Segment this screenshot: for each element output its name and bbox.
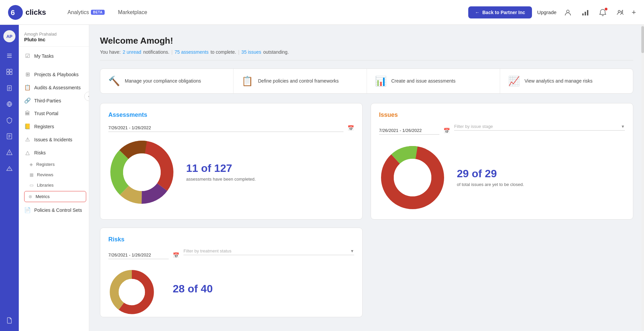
policies-feature-icon: 📋 [241,76,253,87]
compliance-icon: 🔨 [108,76,120,87]
assessments-link[interactable]: 75 assessments [175,49,209,55]
issues-date-input[interactable] [379,127,439,135]
sidebar-item-third-parties[interactable]: 🔗 Third-Parties [19,94,89,107]
team-settings-icon-button[interactable] [614,6,626,18]
welcome-title: Welcome Amogh! [100,36,633,46]
unread-notifications-link[interactable]: 2 unread [123,49,141,55]
welcome-divider [100,60,633,60]
metrics-icon: ⊗ [29,194,32,199]
svg-text:6: 6 [11,8,15,17]
svg-point-6 [618,10,620,12]
sidebar-risks-button[interactable] [3,162,16,175]
analytics-icon-button[interactable] [579,6,591,18]
issues-filter-chevron[interactable]: ▼ [621,124,625,129]
svg-point-7 [621,11,623,13]
feature-card-policies[interactable]: 📋 Define policies and control frameworks [233,69,367,93]
beta-badge: BETA [91,10,104,15]
issues-filter-label: Filter by issue stage [454,124,621,129]
my-tasks-section: ☑ My Tasks [19,47,89,65]
nav-analytics[interactable]: Analytics BETA [62,7,110,18]
assessments-stat-sub: assessments have been completed. [186,176,354,183]
sidebar-projects-button[interactable] [3,65,16,79]
risks-filter-chevron[interactable]: ▼ [350,249,354,253]
sidebar-item-registers-sub[interactable]: ◈ Registers [24,159,89,170]
svg-rect-10 [7,55,12,56]
logo-text: clicks [25,8,46,17]
add-button[interactable]: + [632,8,636,17]
assessments-donut [108,139,175,206]
dashboard-grid: Assessments 📅 [100,103,633,317]
sidebar-document-button[interactable] [3,314,16,327]
assessments-date-row: 📅 [108,124,354,132]
user-info: Amogh Prahalad Pluto Inc [19,25,89,47]
registers-sub-icon: ◈ [30,162,33,167]
svg-rect-14 [7,72,9,75]
svg-point-18 [9,153,10,154]
risks-sub-nav: ◈ Registers ▦ Reviews ▭ Libraries ⊗ Metr… [19,159,89,202]
projects-icon: ⊞ [24,71,31,78]
sidebar-item-registers[interactable]: 📒 Registers [19,120,89,133]
svg-point-24 [123,153,161,191]
issues-stats: 29 of 29 of total issues are yet to be c… [457,168,625,188]
issues-date-row: 📅 Filter by issue stage ▼ [379,124,625,137]
main-content: Welcome Amogh! You have: 2 unread notifi… [89,25,644,331]
assessments-date-input[interactable] [108,124,343,132]
assessments-feature-icon: 📊 [375,76,387,87]
logo[interactable]: 6 clicks [8,5,46,20]
topbar: 6 clicks Analytics BETA Marketplace ← Ba… [0,0,644,25]
assessments-label: Create and issue assessments [391,78,455,85]
sidebar-item-reviews[interactable]: ▦ Reviews [24,170,89,180]
notifications-icon-button[interactable] [597,6,609,18]
welcome-section: Welcome Amogh! You have: 2 unread notifi… [100,36,633,60]
sidebar-item-libraries[interactable]: ▭ Libraries [24,180,89,190]
svg-rect-5 [587,10,588,15]
feature-card-compliance[interactable]: 🔨 Manage your compliance obligations [100,69,233,93]
risks-donut [108,269,162,309]
svg-point-27 [394,159,431,196]
sidebar-tasks-button[interactable] [3,49,16,62]
svg-rect-12 [7,69,9,72]
sidebar-item-audits[interactable]: 📋 Audits & Assessments [19,81,89,94]
svg-rect-4 [585,12,586,15]
nav-marketplace[interactable]: Marketplace [113,7,153,18]
feature-card-analytics[interactable]: 📈 View analytics and manage risks [500,69,633,93]
sidebar-item-trust-portal[interactable]: 🏛 Trust Portal [19,107,89,120]
sidebar-item-projects[interactable]: ⊞ Projects & Playbooks [19,68,89,81]
sidebar-issues-button[interactable] [3,146,16,159]
assessments-calendar-icon[interactable]: 📅 [347,125,354,131]
assessments-card: Assessments 📅 [100,103,363,220]
left-panel: Amogh Prahalad Pluto Inc ☑ My Tasks ⊞ Pr… [19,25,89,331]
issues-calendar-icon[interactable]: 📅 [443,128,450,134]
sidebar-item-issues[interactable]: ⚠ Issues & Incidents [19,133,89,146]
scrollbar[interactable] [641,25,644,331]
user-profile-icon-button[interactable] [562,6,574,18]
sidebar-registers-button[interactable] [3,130,16,143]
sidebar-audits-button[interactable] [3,81,16,95]
feature-cards-row: 🔨 Manage your compliance obligations 📋 D… [100,68,633,94]
issues-link[interactable]: 35 issues [241,49,261,55]
sidebar-third-parties-button[interactable] [3,97,16,111]
sidebar-item-policies[interactable]: 📄 Policies & Control Sets [19,203,89,217]
my-tasks-nav[interactable]: ☑ My Tasks [19,49,89,62]
assessments-card-title: Assessments [108,111,354,119]
back-to-partner-button[interactable]: ← Back to Partner Inc [468,6,532,18]
issues-card: Issues 📅 Filter by issue stage ▼ [371,103,633,220]
assessments-stat-main: 11 of 127 [186,162,354,175]
risks-date-input[interactable] [108,251,169,259]
risks-calendar-icon[interactable]: 📅 [173,252,179,258]
reviews-icon: ▦ [30,172,34,177]
issues-stat-main: 29 of 29 [457,168,625,180]
sidebar-item-risks[interactable]: △ Risks [19,146,89,159]
svg-point-30 [119,279,145,305]
sidebar-item-metrics[interactable]: ⊗ Metrics [24,191,86,202]
svg-rect-11 [7,57,12,58]
scrollbar-thumb [641,26,644,53]
issues-card-title: Issues [379,111,625,119]
risks-filter-row: Filter by treatment status ▼ [183,248,354,255]
issues-donut [379,144,446,211]
feature-card-assessments[interactable]: 📊 Create and issue assessments [367,69,500,93]
avatar: AP [3,30,15,42]
upgrade-button[interactable]: Upgrade [537,9,557,15]
notification-dot [605,8,607,10]
sidebar-trust-button[interactable] [3,113,16,127]
